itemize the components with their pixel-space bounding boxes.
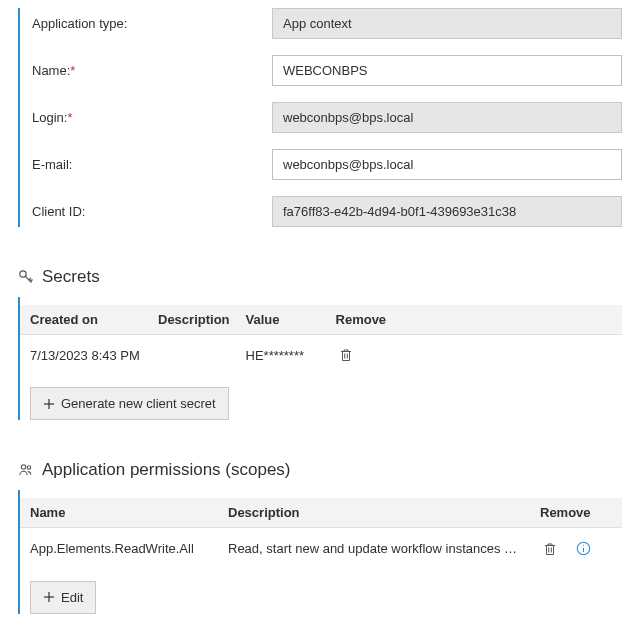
application-properties-form: Application type: App context Name:* Log… (18, 8, 622, 227)
client-id-value: fa76ff83-e42b-4d94-b0f1-439693e31c38 (272, 196, 622, 227)
table-row: App.Elements.ReadWrite.All Read, start n… (20, 528, 622, 569)
name-input[interactable] (272, 55, 622, 86)
col-remove: Remove (328, 305, 622, 335)
login-value: webconbps@bps.local (272, 102, 622, 133)
secrets-title: Secrets (42, 267, 100, 287)
generate-new-client-secret-button[interactable]: Generate new client secret (30, 387, 229, 420)
generate-button-label: Generate new client secret (61, 396, 216, 411)
name-label: Name:* (32, 63, 272, 78)
col-description: Description (150, 305, 238, 335)
field-email: E-mail: (32, 149, 622, 180)
edit-permissions-button[interactable]: Edit (30, 581, 96, 614)
col-created-on: Created on (20, 305, 150, 335)
edit-button-label: Edit (61, 590, 83, 605)
trash-icon (339, 348, 353, 362)
remove-secret-button[interactable] (336, 345, 356, 365)
permission-description: Read, start new and update workflow inst… (220, 528, 532, 569)
plus-icon (43, 591, 55, 603)
application-type-value: App context (272, 8, 622, 39)
field-client-id: Client ID: fa76ff83-e42b-4d94-b0f1-43969… (32, 196, 622, 227)
plus-icon (43, 398, 55, 410)
permissions-section-header: Application permissions (scopes) (18, 460, 622, 480)
svg-point-6 (21, 465, 25, 469)
svg-point-7 (27, 466, 30, 469)
table-row: 7/13/2023 8:43 PM HE******** (20, 335, 622, 376)
email-input[interactable] (272, 149, 622, 180)
login-label: Login:* (32, 110, 272, 125)
svg-line-2 (29, 278, 31, 280)
col-perm-description: Description (220, 498, 532, 528)
col-perm-name: Name (20, 498, 220, 528)
client-id-label: Client ID: (32, 204, 272, 219)
required-indicator: * (70, 63, 75, 78)
permission-info-button[interactable] (574, 538, 594, 558)
col-perm-remove: Remove (532, 498, 622, 528)
secret-description (150, 335, 238, 376)
field-application-type: Application type: App context (32, 8, 622, 39)
permissions-table: Name Description Remove App.Elements.Rea… (20, 498, 622, 569)
secrets-panel: Created on Description Value Remove 7/13… (18, 297, 622, 420)
people-icon (18, 462, 34, 478)
svg-line-3 (31, 280, 33, 282)
secrets-table: Created on Description Value Remove 7/13… (20, 305, 622, 375)
key-icon (18, 269, 34, 285)
permission-name: App.Elements.ReadWrite.All (20, 528, 220, 569)
svg-point-0 (20, 271, 26, 277)
trash-icon (543, 542, 557, 556)
col-value: Value (238, 305, 328, 335)
secret-created-on: 7/13/2023 8:43 PM (20, 335, 150, 376)
field-login: Login:* webconbps@bps.local (32, 102, 622, 133)
field-name: Name:* (32, 55, 622, 86)
secrets-section-header: Secrets (18, 267, 622, 287)
svg-point-10 (583, 544, 584, 545)
email-label: E-mail: (32, 157, 272, 172)
info-icon (576, 541, 591, 556)
application-type-label: Application type: (32, 16, 272, 31)
name-label-text: Name: (32, 63, 70, 78)
secret-value: HE******** (238, 335, 328, 376)
login-label-text: Login: (32, 110, 67, 125)
required-indicator: * (67, 110, 72, 125)
permissions-panel: Name Description Remove App.Elements.Rea… (18, 490, 622, 614)
permissions-title: Application permissions (scopes) (42, 460, 291, 480)
remove-permission-button[interactable] (540, 539, 560, 559)
svg-line-1 (25, 276, 31, 282)
